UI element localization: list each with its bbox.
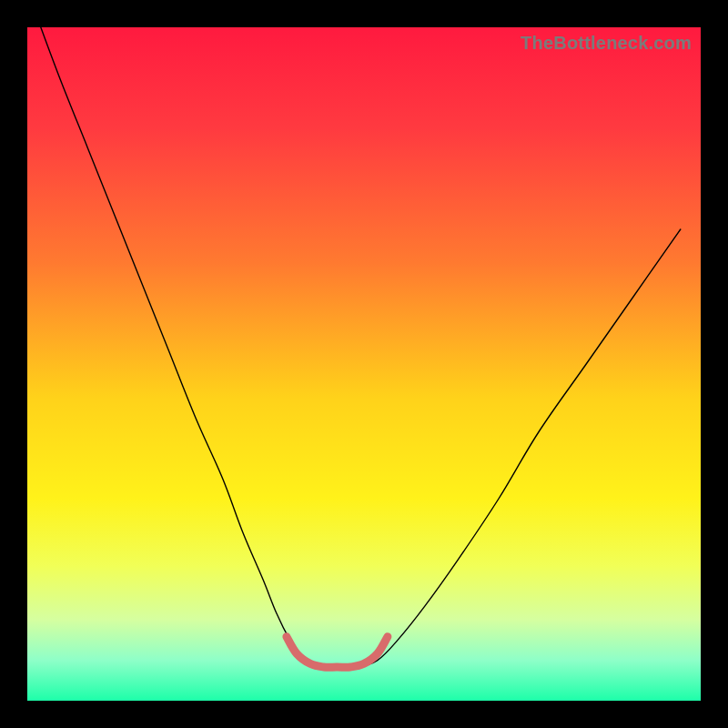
gradient-background [27, 27, 701, 701]
outer-frame: TheBottleneck.com [0, 0, 728, 728]
watermark-text: TheBottleneck.com [521, 33, 692, 54]
bottleneck-chart [27, 27, 701, 701]
plot-area: TheBottleneck.com [27, 27, 701, 701]
